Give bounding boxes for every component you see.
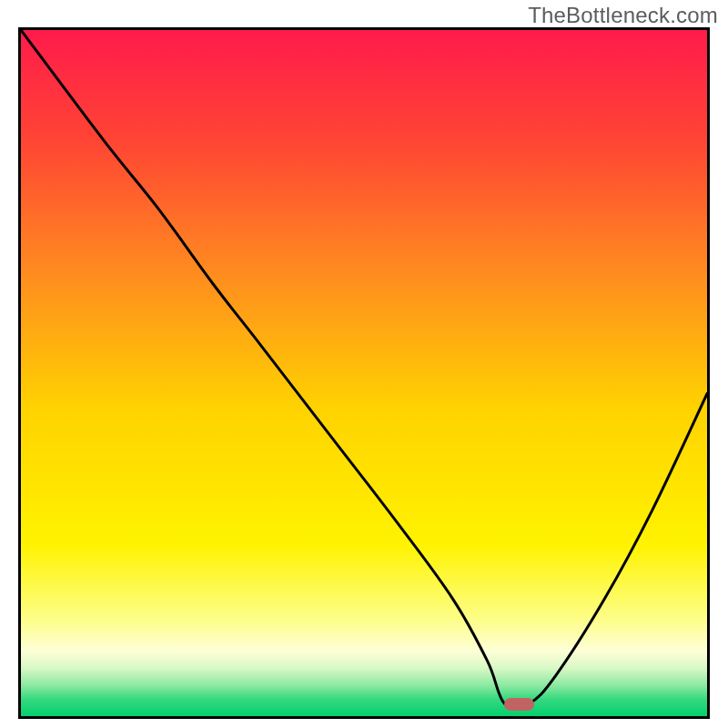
plot-frame: [18, 27, 710, 719]
optimum-marker: [504, 698, 534, 711]
curve-path: [21, 30, 707, 709]
watermark-text: TheBottleneck.com: [528, 3, 718, 28]
chart-container: TheBottleneck.com: [0, 0, 728, 728]
bottleneck-curve: [21, 30, 707, 716]
